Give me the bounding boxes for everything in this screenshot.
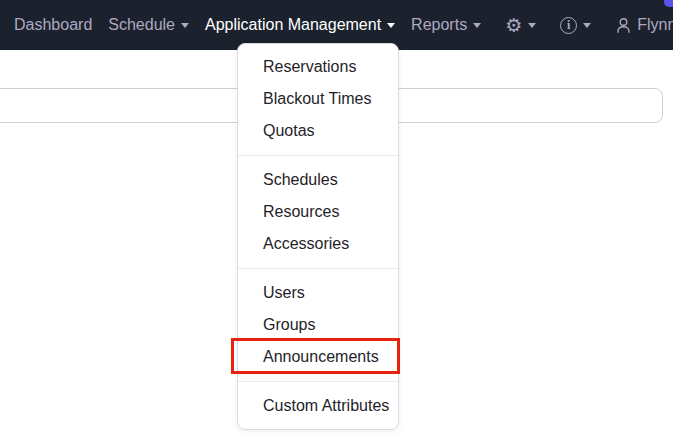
person-icon bbox=[615, 17, 632, 34]
nav-dashboard-label: Dashboard bbox=[14, 16, 92, 34]
caret-down-icon bbox=[583, 23, 591, 28]
nav-user-dropdown[interactable]: Flynn bbox=[607, 0, 673, 50]
nav-help-dropdown[interactable]: i bbox=[552, 0, 599, 50]
menu-item-reservations[interactable]: Reservations bbox=[238, 51, 398, 83]
nav-reports[interactable]: Reports bbox=[403, 0, 489, 50]
menu-item-resources[interactable]: Resources bbox=[238, 196, 398, 228]
nav-schedule-label: Schedule bbox=[108, 16, 175, 34]
application-management-dropdown: Reservations Blackout Times Quotas Sched… bbox=[237, 43, 399, 430]
menu-item-users[interactable]: Users bbox=[238, 277, 398, 309]
caret-down-icon bbox=[387, 23, 395, 28]
menu-item-groups[interactable]: Groups bbox=[238, 309, 398, 341]
nav-schedule[interactable]: Schedule bbox=[100, 0, 197, 50]
nav-application-management-label: Application Management bbox=[205, 16, 381, 34]
menu-item-schedules[interactable]: Schedules bbox=[238, 164, 398, 196]
gear-icon: ⚙ bbox=[505, 16, 522, 35]
menu-item-blackout-times[interactable]: Blackout Times bbox=[238, 83, 398, 115]
nav-reports-label: Reports bbox=[411, 16, 467, 34]
info-icon: i bbox=[560, 17, 577, 34]
menu-item-announcements[interactable]: Announcements bbox=[238, 341, 398, 373]
caret-down-icon bbox=[528, 23, 536, 28]
corner-widget-badge bbox=[664, 0, 673, 7]
menu-divider bbox=[238, 381, 398, 382]
navbar-right-group: ⚙ i Flynn bbox=[489, 0, 673, 50]
menu-divider bbox=[238, 268, 398, 269]
menu-item-quotas[interactable]: Quotas bbox=[238, 115, 398, 147]
caret-down-icon bbox=[473, 23, 481, 28]
menu-item-custom-attributes[interactable]: Custom Attributes bbox=[238, 390, 398, 422]
menu-item-accessories[interactable]: Accessories bbox=[238, 228, 398, 260]
nav-settings-dropdown[interactable]: ⚙ bbox=[497, 0, 544, 50]
user-name-label: Flynn bbox=[637, 16, 673, 34]
nav-dashboard[interactable]: Dashboard bbox=[6, 0, 100, 50]
caret-down-icon bbox=[181, 23, 189, 28]
menu-divider bbox=[238, 155, 398, 156]
